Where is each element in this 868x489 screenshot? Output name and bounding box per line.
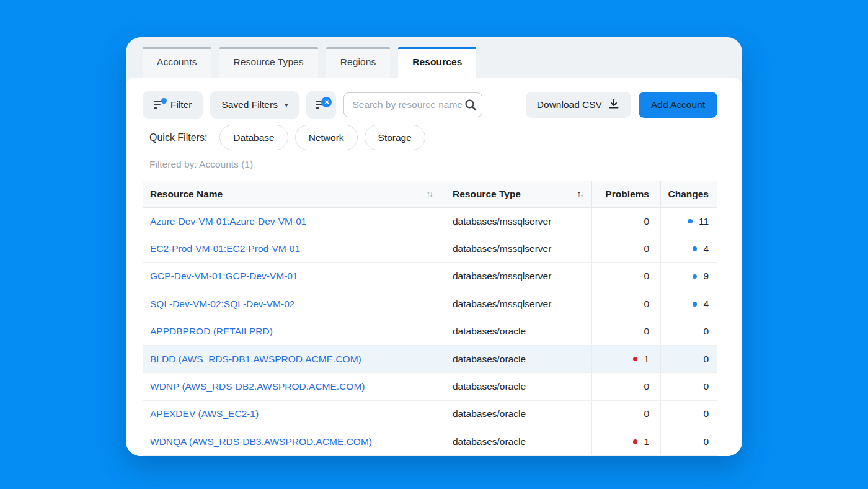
problems-value: 0 [644, 408, 649, 419]
tab-regions-label: Regions [340, 56, 376, 68]
problems-value: 1 [644, 436, 649, 447]
problems-header-label: Problems [605, 189, 649, 200]
table-row[interactable]: EC2-Prod-VM-01:EC2-Prod-VM-01 databases/… [143, 235, 717, 262]
table-row[interactable]: BLDD (AWS_RDS-DB1.AWSPROD.ACME.COM) data… [143, 346, 717, 373]
resource-name-header-label: Resource Name [150, 189, 223, 200]
table-row[interactable]: WDNP (AWS_RDS-DB2.AWSPROD.ACME.COM) data… [143, 373, 717, 400]
changes-value: 4 [703, 243, 709, 254]
filter-active-badge [161, 98, 167, 104]
tab-resources[interactable]: Resources [398, 47, 476, 78]
table-header-row: Resource Name ↑↓ Resource Type ↑↓ Proble… [143, 181, 717, 208]
chevron-down-icon: ▾ [285, 101, 288, 109]
resource-type-cell: databases/mssqlserver [441, 235, 592, 262]
resource-name-cell: WDNQA (AWS_RDS-DB3.AWSPROD.ACME.COM) [143, 428, 441, 455]
tab-accounts[interactable]: Accounts [143, 47, 211, 78]
filtered-by-text: Filtered by: Accounts (1) [143, 159, 717, 170]
change-dot-icon [688, 219, 693, 224]
filter-button-label: Filter [170, 99, 192, 110]
main-card: Accounts Resource Types Regions Resource… [126, 37, 742, 456]
resource-name-link[interactable]: EC2-Prod-VM-01:EC2-Prod-VM-01 [150, 243, 300, 254]
table-row[interactable]: APEXDEV (AWS_EC2-1) databases/oracle 0 0 [143, 401, 717, 428]
problems-value: 0 [644, 216, 649, 227]
resource-type-cell: databases/mssqlserver [441, 208, 592, 235]
table-row[interactable]: GCP-Dev-VM-01:GCP-Dev-VM-01 databases/ms… [143, 263, 717, 290]
clear-filters-button[interactable]: ✕ [306, 91, 336, 119]
resource-name-link[interactable]: WDNP (AWS_RDS-DB2.AWSPROD.ACME.COM) [150, 381, 365, 392]
sort-icon-resource-type[interactable]: ↑↓ [577, 189, 583, 199]
tab-resource-types[interactable]: Resource Types [219, 47, 318, 78]
add-account-button[interactable]: Add Account [639, 92, 717, 118]
clear-filter-icon: ✕ [316, 101, 327, 109]
table-row[interactable]: SQL-Dev-VM-02:SQL-Dev-VM-02 databases/ms… [143, 290, 717, 318]
problems-cell: 0 [592, 318, 661, 345]
problem-dot-icon [633, 439, 638, 444]
resource-type-cell: databases/oracle [441, 346, 592, 372]
quick-filter-database[interactable]: Database [219, 125, 288, 150]
download-csv-button[interactable]: Download CSV [526, 92, 631, 118]
problems-value: 0 [644, 381, 649, 392]
column-header-resource-type[interactable]: Resource Type ↑↓ [441, 181, 592, 207]
resource-type-cell: databases/mssqlserver [441, 290, 592, 317]
toolbar: Filter Saved Filters ▾ ✕ Dow [143, 91, 717, 119]
change-dot-icon [693, 302, 698, 307]
resource-name-link[interactable]: GCP-Dev-VM-01:GCP-Dev-VM-01 [150, 271, 298, 282]
download-csv-label: Download CSV [537, 99, 602, 110]
resource-name-link[interactable]: APEXDEV (AWS_EC2-1) [150, 408, 259, 419]
resource-name-link[interactable]: Azure-Dev-VM-01:Azure-Dev-VM-01 [150, 216, 306, 227]
problems-value: 0 [644, 243, 649, 254]
toolbar-right: Download CSV Add Account [526, 92, 717, 118]
column-header-changes[interactable]: Changes [661, 181, 717, 207]
download-icon [608, 97, 620, 112]
changes-cell: 0 [661, 428, 717, 455]
resource-name-cell: EC2-Prod-VM-01:EC2-Prod-VM-01 [143, 235, 441, 262]
tab-accounts-label: Accounts [157, 56, 197, 68]
problems-cell: 0 [592, 235, 661, 262]
resource-name-cell: GCP-Dev-VM-01:GCP-Dev-VM-01 [143, 263, 441, 290]
table-row[interactable]: APPDBPROD (RETAILPRD) databases/oracle 0… [143, 318, 717, 346]
resources-table: Resource Name ↑↓ Resource Type ↑↓ Proble… [143, 181, 717, 456]
changes-cell: 4 [661, 290, 717, 317]
change-dot-icon [693, 274, 698, 279]
changes-cell: 11 [661, 208, 717, 235]
quick-filters-row: Quick Filters: Database Network Storage [143, 125, 717, 150]
problems-value: 0 [644, 298, 649, 310]
toolbar-left: Filter Saved Filters ▾ ✕ [143, 91, 482, 119]
resource-name-cell: BLDD (AWS_RDS-DB1.AWSPROD.ACME.COM) [143, 346, 441, 372]
changes-value: 4 [703, 298, 709, 310]
resource-name-link[interactable]: APPDBPROD (RETAILPRD) [150, 326, 273, 337]
filter-button[interactable]: Filter [143, 91, 203, 119]
resource-name-link[interactable]: SQL-Dev-VM-02:SQL-Dev-VM-02 [150, 298, 294, 310]
sort-icon-resource-name[interactable]: ↑↓ [427, 189, 433, 199]
tab-regions[interactable]: Regions [326, 47, 391, 78]
problems-cell: 0 [592, 373, 661, 400]
problems-cell: 1 [592, 428, 661, 455]
saved-filters-label: Saved Filters [221, 99, 277, 110]
problems-cell: 0 [592, 290, 661, 317]
resource-type-cell: databases/oracle [441, 373, 592, 400]
changes-value: 0 [703, 326, 709, 337]
column-header-resource-name[interactable]: Resource Name ↑↓ [143, 181, 441, 207]
search-input[interactable] [343, 92, 482, 117]
change-dot-icon [693, 246, 698, 251]
resource-name-link[interactable]: BLDD (AWS_RDS-DB1.AWSPROD.ACME.COM) [150, 354, 361, 365]
changes-header-label: Changes [668, 189, 709, 200]
changes-cell: 0 [661, 401, 717, 428]
table-row[interactable]: Azure-Dev-VM-01:Azure-Dev-VM-01 database… [143, 208, 717, 235]
column-header-problems[interactable]: Problems [592, 181, 661, 207]
saved-filters-dropdown[interactable]: Saved Filters ▾ [210, 91, 299, 119]
resource-name-cell: SQL-Dev-VM-02:SQL-Dev-VM-02 [143, 290, 441, 317]
problems-value: 0 [644, 326, 649, 337]
resource-type-cell: databases/oracle [441, 428, 592, 455]
clear-filter-x-badge: ✕ [321, 97, 332, 107]
quick-filter-network[interactable]: Network [295, 125, 358, 150]
tab-resources-label: Resources [412, 56, 462, 68]
resource-name-link[interactable]: WDNQA (AWS_RDS-DB3.AWSPROD.ACME.COM) [150, 436, 372, 447]
problems-cell: 0 [592, 263, 661, 290]
quick-filters-label: Quick Filters: [149, 132, 207, 143]
table-body: Azure-Dev-VM-01:Azure-Dev-VM-01 database… [143, 208, 717, 456]
resource-type-cell: databases/mssqlserver [441, 263, 592, 290]
changes-value: 0 [703, 408, 709, 419]
table-row[interactable]: WDNQA (AWS_RDS-DB3.AWSPROD.ACME.COM) dat… [143, 428, 717, 455]
quick-filter-storage[interactable]: Storage [365, 125, 425, 150]
problems-value: 1 [644, 354, 649, 365]
